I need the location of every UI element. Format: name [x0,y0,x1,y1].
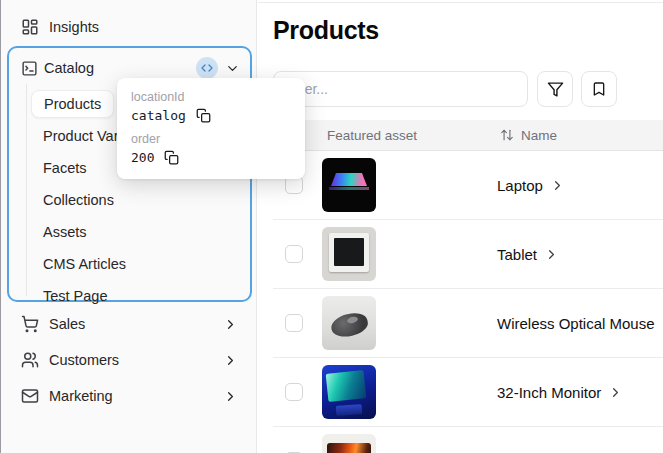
products-table: Featured asset Name Laptop Tablet [273,120,663,453]
product-link[interactable]: Laptop [497,177,565,194]
bookmark-icon [591,81,607,97]
funnel-icon [547,81,564,98]
sidebar-item-label: Sales [49,316,85,332]
table-row[interactable]: Laptop [273,151,663,220]
row-checkbox[interactable] [285,383,303,401]
table-row[interactable]: Curved Monitor [273,427,663,453]
main-top-divider [258,2,663,3]
sidebar-item-cms-articles[interactable]: CMS Articles [9,248,250,280]
product-link[interactable]: Tablet [497,246,559,263]
copy-icon [196,108,211,123]
sidebar-item-marketing[interactable]: Marketing [13,382,246,410]
row-checkbox[interactable] [285,314,303,332]
table-row[interactable]: Tablet [273,220,663,289]
sidebar-item-assets[interactable]: Assets [9,216,250,248]
table-row[interactable]: Wireless Optical Mouse [273,289,663,358]
terminal-square-icon [21,60,38,77]
name-column-label: Name [521,128,557,143]
app-window: Insights Catalog Products Product Varian… [0,0,663,453]
chevron-right-icon [223,353,238,368]
users-icon [21,351,39,369]
window-edge [0,0,1,453]
chevron-down-icon [225,61,240,76]
sidebar-item-label: Customers [49,352,119,368]
sidebar-item-collections[interactable]: Collections [9,184,250,216]
mouse-thumbnail [322,296,376,350]
sidebar-item-label: Facets [43,160,87,176]
table-header-row: Featured asset Name [273,120,663,151]
mail-icon [21,387,39,405]
product-name: Wireless Optical Mouse [497,315,655,332]
product-link[interactable]: Wireless Optical Mouse [497,315,663,332]
sidebar-item-label: Marketing [49,388,113,404]
chevron-right-icon [608,385,623,400]
copy-icon [164,150,179,165]
filter-button[interactable] [537,71,573,107]
sidebar: Insights Catalog Products Product Varian… [1,0,257,453]
sidebar-item-label: Catalog [44,60,94,76]
chevron-right-icon [223,389,238,404]
bookmark-button[interactable] [581,71,617,107]
tooltip-field-label: locationId [131,90,291,104]
sidebar-item-customers[interactable]: Customers [13,346,246,374]
dev-mode-badge[interactable] [196,57,218,79]
chevron-right-icon [550,178,565,193]
chevron-right-icon [544,247,559,262]
sidebar-item-insights[interactable]: Insights [13,13,246,41]
dev-tooltip: locationId catalog order 200 [117,78,305,179]
product-link[interactable]: 32-Inch Monitor [497,384,623,401]
product-name: Laptop [497,177,543,194]
chevron-right-icon [223,317,238,332]
sidebar-item-label: CMS Articles [43,256,126,272]
sidebar-item-label: Collections [43,192,114,208]
table-row[interactable]: 32-Inch Monitor [273,358,663,427]
copy-button[interactable] [164,150,179,165]
tooltip-field-value: catalog [131,108,186,123]
monitor-32-thumbnail [322,365,376,419]
row-checkbox[interactable] [285,245,303,263]
filter-input[interactable] [273,71,528,107]
sidebar-item-test-page[interactable]: Test Page [9,280,250,312]
name-column-sort[interactable]: Name [500,128,557,143]
code-icon [201,62,213,74]
cart-icon [21,315,39,333]
product-name: Tablet [497,246,537,263]
page-title: Products [273,16,379,45]
sidebar-item-label: Assets [43,224,87,240]
copy-button[interactable] [196,108,211,123]
featured-asset-column-header: Featured asset [327,128,500,143]
sidebar-item-label: Insights [49,19,99,35]
tooltip-field-label: order [131,132,291,146]
dashboard-grid-icon [21,18,39,36]
sidebar-item-label: Products [31,90,114,118]
tablet-thumbnail [322,227,376,281]
sidebar-item-sales[interactable]: Sales [13,310,246,338]
product-name: 32-Inch Monitor [497,384,601,401]
tooltip-field-value: 200 [131,150,154,165]
sidebar-item-label: Test Page [43,288,108,304]
sort-arrows-icon [500,128,514,142]
laptop-thumbnail [322,158,376,212]
monitor-curved-thumbnail [322,434,376,453]
